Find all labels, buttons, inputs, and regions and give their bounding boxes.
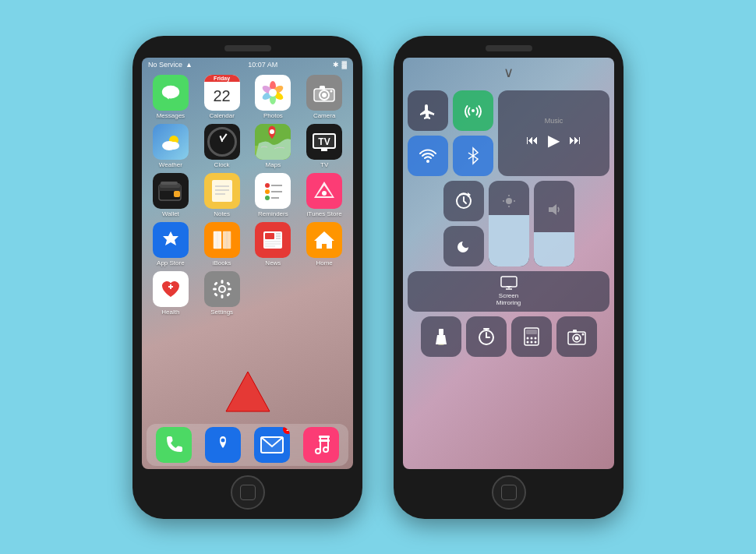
svg-rect-65	[214, 292, 218, 297]
clock-label: Clock	[214, 161, 230, 168]
svg-point-111	[574, 336, 578, 340]
app-messages[interactable]: Messages	[147, 75, 195, 119]
cc-chevron-icon[interactable]: ∨	[503, 64, 514, 81]
airplane-icon	[419, 101, 437, 120]
wifi-tile[interactable]	[408, 136, 448, 176]
svg-rect-29	[212, 180, 232, 202]
tv-icon: TV	[306, 124, 342, 160]
music-tile[interactable]: Music ⏮ ▶ ⏭	[498, 90, 609, 176]
phone-1: No Service ▲ 10:07 AM ✱ ▓ Messages	[132, 36, 362, 519]
svg-point-58	[220, 287, 224, 291]
dock-phone[interactable]	[151, 427, 197, 463]
signal-icon	[464, 101, 482, 120]
lock-dnd-group	[443, 181, 484, 266]
svg-rect-23	[321, 149, 327, 151]
svg-rect-66	[226, 292, 231, 297]
svg-rect-63	[214, 281, 218, 286]
dock-music[interactable]	[298, 427, 344, 463]
red-arrow-container	[224, 370, 271, 416]
brightness-slider[interactable]	[489, 181, 529, 266]
next-button[interactable]: ⏭	[569, 133, 581, 147]
dock-maps[interactable]	[200, 427, 246, 463]
clock-face	[207, 127, 237, 157]
messages-icon	[153, 75, 189, 111]
volume-fill	[534, 232, 574, 266]
cell-signal-tile[interactable]	[453, 90, 493, 131]
svg-rect-90	[501, 277, 517, 287]
app-home[interactable]: Home	[300, 222, 348, 266]
svg-rect-59	[221, 280, 223, 284]
calendar-label: Calendar	[209, 112, 234, 119]
screen-mirroring-tile[interactable]: ScreenMirroring	[408, 271, 609, 312]
camera-cc-tile[interactable]	[556, 316, 597, 357]
control-center-screen: ∨	[403, 58, 614, 469]
app-itunes[interactable]: iTunes Store	[300, 173, 348, 217]
dock-music-icon	[303, 427, 339, 463]
app-weather[interactable]: Weather	[147, 124, 195, 168]
status-left: No Service ▲	[148, 61, 193, 69]
status-right: ✱ ▓	[333, 61, 347, 69]
app-camera[interactable]: Camera	[300, 75, 348, 119]
prev-button[interactable]: ⏮	[526, 133, 539, 147]
app-health[interactable]: Health	[147, 271, 195, 316]
svg-rect-47	[265, 233, 274, 239]
calculator-tile[interactable]	[511, 316, 552, 357]
home-button-2[interactable]	[492, 475, 526, 510]
app-photos[interactable]: Photos	[249, 75, 298, 119]
volume-slider[interactable]	[534, 181, 574, 266]
bluetooth-tile[interactable]	[453, 136, 493, 176]
svg-point-95	[438, 344, 444, 345]
cal-header: Friday	[204, 75, 240, 82]
home-icon	[306, 222, 342, 258]
clock-icon	[204, 124, 240, 160]
notes-label: Notes	[214, 210, 230, 217]
screen-2: ∨	[403, 58, 614, 469]
svg-text:TV: TV	[318, 136, 330, 147]
airplane-tile[interactable]	[408, 90, 448, 131]
app-maps[interactable]: Maps	[249, 124, 298, 168]
camera-icon	[306, 75, 342, 111]
app-ibooks[interactable]: iBooks	[198, 222, 246, 266]
music-tile-label: Music	[545, 117, 563, 125]
svg-rect-62	[228, 288, 231, 290]
brightness-icon	[489, 181, 529, 215]
rotation-lock-tile[interactable]	[443, 181, 484, 221]
svg-point-80	[472, 109, 475, 112]
svg-point-69	[221, 438, 225, 442]
svg-point-78	[316, 450, 320, 453]
flashlight-tile[interactable]	[421, 316, 461, 357]
notes-icon	[204, 173, 240, 209]
brightness-fill	[489, 215, 529, 266]
app-notes[interactable]: Notes	[198, 173, 246, 217]
svg-point-103	[526, 337, 528, 339]
phone-2: ∨	[394, 36, 624, 519]
svg-point-35	[265, 196, 270, 200]
dock-mail[interactable]: 1	[249, 427, 295, 463]
home-screen: No Service ▲ 10:07 AM ✱ ▓ Messages	[142, 58, 353, 469]
svg-point-106	[526, 341, 528, 343]
rotation-lock-icon	[455, 192, 472, 210]
timer-icon	[477, 327, 496, 346]
app-reminders[interactable]: Reminders	[249, 173, 298, 217]
app-calendar[interactable]: Friday 22 Calendar	[198, 75, 246, 119]
cc-row-3: ScreenMirroring	[408, 271, 609, 312]
carrier-text: No Service	[148, 61, 182, 69]
app-tv[interactable]: TV TV	[300, 124, 348, 168]
timer-tile[interactable]	[466, 316, 507, 357]
svg-marker-54	[314, 231, 334, 249]
home-button-1[interactable]	[231, 475, 265, 510]
app-appstore[interactable]: App Store	[147, 222, 195, 266]
dock-mail-icon: 1	[254, 427, 290, 463]
svg-point-0	[162, 85, 179, 98]
svg-point-113	[581, 333, 584, 335]
app-news[interactable]: News	[249, 222, 298, 266]
wifi-icon	[419, 146, 437, 165]
itunes-label: iTunes Store	[307, 210, 342, 217]
play-button[interactable]: ▶	[548, 131, 560, 150]
time-display: 10:07 AM	[248, 61, 277, 69]
do-not-disturb-tile[interactable]	[443, 226, 484, 266]
app-clock[interactable]: Clock	[198, 124, 246, 168]
weather-label: Weather	[159, 161, 182, 168]
app-settings[interactable]: Settings	[198, 271, 246, 316]
app-wallet[interactable]: Wallet	[147, 173, 195, 217]
